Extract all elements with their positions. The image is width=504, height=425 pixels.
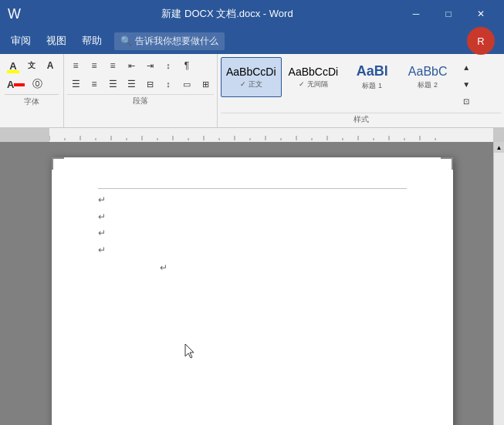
justify-btn[interactable]: ☰ xyxy=(123,76,140,93)
style-no-spacing-label: ✓ 无间隔 xyxy=(299,79,328,89)
styles-scroll-up[interactable]: ▲ xyxy=(458,59,475,76)
minimize-button[interactable]: ─ xyxy=(401,3,431,25)
multilevel-list-btn[interactable]: ≡ xyxy=(104,57,121,74)
increase-indent-btn[interactable]: ⇥ xyxy=(141,57,158,74)
para-mark-3: ↵ xyxy=(98,225,407,242)
scroll-up-btn[interactable]: ▲ xyxy=(494,142,505,153)
circle-a-icon: ⓪ xyxy=(32,77,42,91)
styles-items: AaBbCcDi ✓ 正文 AaBbCcDi ✓ 无间隔 AaBl 标题 1 A… xyxy=(221,57,501,111)
styles-scroll-down[interactable]: ▼ xyxy=(458,76,475,93)
ruler-right-margin xyxy=(493,128,504,142)
font-group: A 文 A A ⓪ 字体 xyxy=(0,54,64,127)
pilcrow-btn[interactable]: ¶ xyxy=(178,57,195,74)
ruler-main xyxy=(49,128,493,142)
word-icon: W xyxy=(8,6,21,22)
document-area: ▲ ▼ ↵ ↵ ↵ ↵ ↵ xyxy=(0,142,504,425)
aa-icon: A xyxy=(47,60,54,71)
text-aa-btn[interactable]: A xyxy=(42,57,59,74)
shading-icon: ▭ xyxy=(183,79,191,89)
decrease-indent-btn[interactable]: ⇤ xyxy=(123,57,140,74)
style-normal[interactable]: AaBbCcDi ✓ 正文 xyxy=(221,57,282,97)
sort-btn[interactable]: ↕ xyxy=(160,57,177,74)
font-circle-btn[interactable]: ⓪ xyxy=(29,76,46,93)
style-heading2[interactable]: AaBbC 标题 2 xyxy=(401,57,455,97)
user-avatar[interactable]: R xyxy=(467,27,495,55)
title-bar-controls: ─ □ ✕ xyxy=(401,3,496,25)
close-button[interactable]: ✕ xyxy=(465,3,496,25)
font-row2: A ⓪ xyxy=(5,76,59,93)
para-mark-2: ↵ xyxy=(98,209,407,226)
search-placeholder[interactable]: 告诉我你想要做什么 xyxy=(135,35,218,48)
paragraph-label: 段落 xyxy=(67,94,214,109)
page-top-border xyxy=(98,188,407,189)
search-icon: 🔍 xyxy=(120,35,132,46)
columns-btn[interactable]: ⊟ xyxy=(141,76,158,93)
ribbon: A 文 A A ⓪ 字体 ≡ ≡ ≡ ⇤ ⇥ xyxy=(0,54,504,128)
mouse-cursor xyxy=(183,342,195,363)
styles-more: ▲ ▼ ⊡ xyxy=(456,57,476,111)
align-center-btn[interactable]: ≡ xyxy=(86,76,103,93)
ruler xyxy=(0,128,504,142)
style-heading2-preview: AaBbC xyxy=(408,65,448,79)
style-normal-label: ✓ 正文 xyxy=(240,79,262,89)
menu-item-view[interactable]: 视图 xyxy=(39,29,74,52)
ruler-ticks xyxy=(49,128,493,140)
shading-btn[interactable]: ▭ xyxy=(178,76,195,93)
para-row2: ☰ ≡ ☰ ☰ ⊟ ↕ ▭ ⊞ xyxy=(67,76,214,93)
document-page: ↵ ↵ ↵ ↵ ↵ xyxy=(52,157,453,425)
font-color-btn[interactable]: A xyxy=(5,76,27,93)
font-a-icon: A xyxy=(7,79,14,89)
align-right-btn[interactable]: ☰ xyxy=(104,76,121,93)
menu-item-review[interactable]: 审阅 xyxy=(3,29,39,52)
paragraph-group: ≡ ≡ ≡ ⇤ ⇥ ↕ ¶ ☰ ≡ ☰ ☰ ⊟ ↕ ▭ ⊞ 段落 xyxy=(64,54,218,127)
corner-top-left xyxy=(52,157,64,170)
list-btn[interactable]: ≡ xyxy=(67,57,84,74)
style-heading1-preview: AaBl xyxy=(357,63,388,79)
ruler-left-margin xyxy=(0,128,49,142)
search-box[interactable]: 🔍 告诉我你想要做什么 xyxy=(114,32,225,50)
maximize-button[interactable]: □ xyxy=(433,3,464,25)
font-row1: A 文 A xyxy=(5,57,59,74)
borders-btn[interactable]: ⊞ xyxy=(197,76,214,93)
title-bar-left: W xyxy=(8,6,54,22)
align-left-btn[interactable]: ☰ xyxy=(67,76,84,93)
style-no-spacing-preview: AaBbCcDi xyxy=(289,66,339,78)
cursor-icon xyxy=(183,342,195,359)
line-spacing-btn[interactable]: ↕ xyxy=(160,76,177,93)
menu-item-help[interactable]: 帮助 xyxy=(74,29,110,52)
text-highlight-btn[interactable]: A xyxy=(5,57,22,74)
corner-top-right xyxy=(441,157,453,170)
styles-expand[interactable]: ⊡ xyxy=(458,93,475,110)
style-heading1-label: 标题 1 xyxy=(362,81,382,91)
title-bar-title: 新建 DOCX 文档.docx - Word xyxy=(54,7,401,21)
para-mark-1: ↵ xyxy=(98,192,407,209)
para-mark-4: ↵ xyxy=(98,242,407,259)
vertical-scrollbar[interactable]: ▲ ▼ xyxy=(493,142,504,425)
chinese-icon: 文 xyxy=(28,60,36,71)
menu-bar: 审阅 视图 帮助 🔍 告诉我你想要做什么 R xyxy=(0,28,504,54)
chinese-text-btn[interactable]: 文 xyxy=(23,57,40,74)
style-normal-preview: AaBbCcDi xyxy=(226,66,276,78)
styles-group: AaBbCcDi ✓ 正文 AaBbCcDi ✓ 无间隔 AaBl 标题 1 A… xyxy=(218,54,504,127)
title-bar: W 新建 DOCX 文档.docx - Word ─ □ ✕ xyxy=(0,0,504,28)
style-heading1[interactable]: AaBl 标题 1 xyxy=(345,57,399,97)
style-heading2-label: 标题 2 xyxy=(418,80,438,90)
font-label: 字体 xyxy=(5,94,59,110)
para-row1: ≡ ≡ ≡ ⇤ ⇥ ↕ ¶ xyxy=(67,57,214,74)
numbered-list-btn[interactable]: ≡ xyxy=(86,57,103,74)
style-no-spacing[interactable]: AaBbCcDi ✓ 无间隔 xyxy=(283,57,344,97)
para-mark-center: ↵ xyxy=(160,258,407,277)
styles-label: 样式 xyxy=(221,113,501,127)
